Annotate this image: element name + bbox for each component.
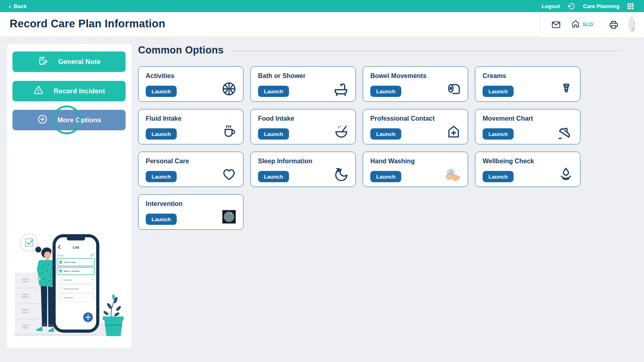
record-incident-label: Record Incident [54,87,105,95]
launch-button[interactable]: Launch [370,171,401,182]
more-options-button[interactable]: More Options [12,110,126,130]
option-card: Professional Contact Launch [363,109,468,144]
chevron-left-icon: ‹ [9,3,11,9]
card-title: Bowel Movements [370,72,427,80]
apps-grid-icon[interactable] [627,2,634,10]
option-card: Activities Launch [138,66,244,102]
back-button[interactable]: ‹ Back [9,3,27,9]
card-title: Personal Care [146,158,189,165]
card-title: Food Intake [258,115,294,122]
launch-button[interactable]: Launch [483,128,514,140]
warning-triangle-icon [33,85,44,97]
section-divider [232,51,622,51]
launch-button[interactable]: Launch [146,128,177,140]
card-title: Intervention [146,200,183,208]
record-incident-button[interactable]: Record Incident [12,81,126,101]
avatar[interactable] [628,16,635,33]
option-card: Wellbeing Check Launch [475,152,580,187]
card-title: Bath or Shower [258,72,305,80]
toilet-roll-icon [446,81,461,97]
option-card: Hand Washing Launch [363,152,468,187]
card-title: Professional Contact [370,115,435,122]
sidebar: General Note Record Incident More Option… [7,44,132,348]
note-edit-icon [37,56,48,68]
card-title: Sleep Information [258,158,312,165]
droplet-ripple-icon [558,167,574,182]
back-label: Back [14,3,27,9]
option-card: Food Intake Launch [250,109,356,144]
phone-list-title: List [73,245,79,249]
phone-item-label: Activities [64,296,73,299]
option-card: Movement Chart Launch [475,109,580,144]
launch-button[interactable]: Launch [370,128,401,140]
card-title: Movement Chart [483,115,533,122]
launch-button[interactable]: Launch [146,171,177,182]
cup-icon [221,124,237,139]
launch-button[interactable]: Launch [258,171,289,182]
option-card: Sleep Information Launch [250,152,356,187]
card-title: Wellbeing Check [483,158,534,165]
phone-item-label: Personal Care [64,288,79,290]
general-note-button[interactable]: General Note [12,51,126,72]
heart-icon [221,167,237,182]
option-card: Fluid Intake Launch [138,109,244,144]
option-card: Bath or Shower Launch [250,66,356,102]
more-options-label: More Options [58,116,101,124]
washing-hands-icon [442,167,461,186]
home-button[interactable]: SLO [571,19,593,30]
intervention-image [221,209,237,224]
app-name: Care Planning [583,3,619,9]
section-title: Common Options [138,44,224,56]
general-note-label: General Note [58,58,100,66]
launch-button[interactable]: Launch [258,86,289,97]
site-code-badge: SLO [582,22,593,27]
launch-button[interactable]: Launch [146,214,177,225]
plus-circle-icon [37,114,48,126]
card-title: Fluid Intake [146,115,182,122]
home-icon [571,19,580,30]
option-card: Bowel Movements Launch [363,66,468,102]
launch-button[interactable]: Launch [146,86,177,97]
card-title: Hand Washing [370,158,415,165]
page-header: Record Care Plan Information SLO [0,12,644,37]
phone-item-label: Bath or Shower [64,270,80,272]
topbar: ‹ Back Logout Care Planning [0,0,644,12]
print-icon[interactable] [609,20,619,30]
phone-item-label: Creams [64,279,72,281]
shoe-icon [557,124,574,140]
option-card: Personal Care Launch [138,152,244,187]
bathtub-icon [333,81,349,97]
bowl-icon [334,124,349,139]
page-title: Record Care Plan Information [10,18,165,30]
card-title: Creams [483,72,506,80]
logout-link[interactable]: Logout [541,3,560,9]
phone-item-label: Fluid Intake [64,261,76,263]
card-grid: Activities Launch Bath or Shower Launch … [138,66,580,230]
moon-sleep-icon [334,167,349,182]
medical-house-icon [446,124,461,139]
cream-tube-icon [559,81,574,96]
launch-button[interactable]: Launch [483,86,514,97]
phone-date-label: Today [58,254,64,257]
logout-icon[interactable] [567,2,576,10]
option-card: Creams Launch [475,66,580,102]
mail-icon[interactable] [551,20,561,30]
option-card: Intervention Launch [138,194,244,230]
card-title: Activities [146,72,174,80]
launch-button[interactable]: Launch [370,86,401,97]
basketball-icon [221,81,237,97]
section-header: Common Options [138,44,622,56]
sidebar-illustration: List Today Fluid Intake Bath or Shower C… [14,232,124,344]
launch-button[interactable]: Launch [258,128,289,140]
launch-button[interactable]: Launch [483,171,514,182]
